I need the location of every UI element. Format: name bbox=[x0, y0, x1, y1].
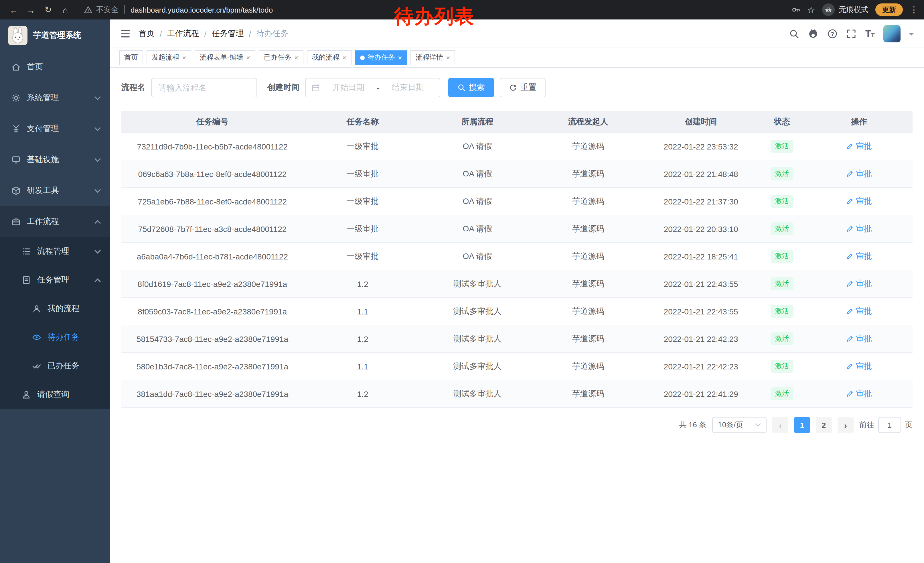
viewport: ← → ↻ ⌂ 不安全 dashboard.yudao.iocoder.cn/b… bbox=[0, 0, 924, 563]
github-icon[interactable] bbox=[808, 28, 819, 39]
cell-task-id: 58154733-7ac8-11ec-a9e2-a2380e71991a bbox=[122, 334, 303, 343]
avatar[interactable] bbox=[884, 25, 900, 42]
cell-task-id: 381aa1dd-7ac8-11ec-a9e2-a2380e71991a bbox=[122, 389, 303, 398]
yen-icon bbox=[12, 124, 21, 134]
app-shell: 芋道管理系统 首页 系统管理 支付管理 bbox=[0, 20, 924, 563]
cell-process: OA 请假 bbox=[422, 224, 533, 234]
breadcrumb-task-mgmt[interactable]: 任务管理 bbox=[212, 29, 244, 39]
back-icon[interactable]: ← bbox=[6, 2, 22, 18]
approve-button[interactable]: 审批 bbox=[846, 224, 872, 234]
security-label[interactable]: 不安全 bbox=[96, 5, 118, 15]
create-time-label: 创建时间 bbox=[267, 83, 299, 93]
sidebar-item-process-mgmt[interactable]: 流程管理 bbox=[0, 237, 110, 266]
table-row: 58154733-7ac8-11ec-a9e2-a2380e71991a 1.2… bbox=[122, 325, 912, 353]
approve-button[interactable]: 审批 bbox=[846, 141, 872, 152]
home-icon[interactable]: ⌂ bbox=[57, 2, 73, 18]
status-badge: 激活 bbox=[771, 360, 794, 373]
cell-task-id: 069c6a63-7b8a-11ec-8ef0-acde48001122 bbox=[122, 169, 303, 179]
fullscreen-icon[interactable] bbox=[846, 29, 857, 39]
key-icon[interactable] bbox=[791, 5, 800, 14]
page-number-button[interactable]: 2 bbox=[816, 417, 832, 433]
cell-status: 激活 bbox=[758, 167, 806, 180]
search-icon[interactable] bbox=[789, 29, 800, 39]
font-size-icon[interactable]: TT bbox=[866, 29, 875, 38]
approve-button[interactable]: 审批 bbox=[846, 333, 872, 344]
tab[interactable]: 首页 × bbox=[119, 50, 143, 65]
search-icon bbox=[458, 84, 465, 92]
process-name-input[interactable] bbox=[151, 78, 257, 98]
close-icon[interactable]: × bbox=[446, 54, 450, 61]
cell-created: 2022-01-22 21:37:30 bbox=[644, 197, 758, 206]
tab[interactable]: 发起流程 × bbox=[147, 50, 191, 65]
reset-button[interactable]: 重置 bbox=[500, 78, 546, 98]
tab-label: 首页 bbox=[124, 53, 138, 62]
warning-icon[interactable] bbox=[84, 5, 93, 14]
breadcrumb-workflow[interactable]: 工作流程 bbox=[167, 29, 199, 39]
goto-page: 前往 页 bbox=[859, 417, 912, 433]
briefcase-icon bbox=[12, 217, 21, 226]
update-button[interactable]: 更新 bbox=[875, 3, 903, 16]
tab[interactable]: 流程表单-编辑 × bbox=[195, 50, 255, 65]
close-icon[interactable]: × bbox=[246, 54, 250, 61]
avatar-caret-icon[interactable] bbox=[909, 33, 914, 38]
list-icon bbox=[22, 247, 31, 256]
table-row: 75d72608-7b7f-11ec-a3c8-acde48001122 一级审… bbox=[122, 215, 912, 243]
forward-icon[interactable]: → bbox=[23, 2, 39, 18]
approve-button[interactable]: 审批 bbox=[846, 361, 872, 371]
star-icon[interactable]: ☆ bbox=[807, 4, 815, 15]
help-icon[interactable]: ? bbox=[828, 29, 838, 39]
cell-initiator: 芋道源码 bbox=[533, 306, 644, 317]
approve-button[interactable]: 审批 bbox=[846, 279, 872, 289]
approve-button[interactable]: 审批 bbox=[846, 389, 872, 399]
sidebar-item-done-tasks[interactable]: 已办任务 bbox=[0, 352, 110, 380]
checklist-icon bbox=[22, 275, 31, 285]
approve-button[interactable]: 审批 bbox=[846, 169, 872, 179]
sidebar-item-todo-tasks[interactable]: 待办任务 bbox=[0, 323, 110, 352]
sidebar-item-infrastructure[interactable]: 基础设施 bbox=[0, 144, 110, 175]
cell-process: OA 请假 bbox=[422, 196, 533, 206]
sidebar-item-my-process[interactable]: 我的流程 bbox=[0, 294, 110, 323]
page-size-select[interactable]: 10条/页 bbox=[712, 417, 766, 433]
page-number-button[interactable]: 1 bbox=[794, 417, 810, 433]
breadcrumb: 首页 / 工作流程 / 任务管理 / 待办任务 bbox=[138, 29, 288, 39]
tab[interactable]: 已办任务 × bbox=[259, 50, 303, 65]
reload-icon[interactable]: ↻ bbox=[40, 2, 56, 18]
sidebar-item-workflow[interactable]: 工作流程 bbox=[0, 206, 110, 237]
sidebar-item-payment-mgmt[interactable]: 支付管理 bbox=[0, 113, 110, 144]
total-count: 共 16 条 bbox=[679, 420, 706, 430]
sidebar-item-dev-tools[interactable]: 研发工具 bbox=[0, 175, 110, 206]
collapse-sidebar-icon[interactable] bbox=[120, 29, 130, 39]
url-text[interactable]: dashboard.yudao.iocoder.cn/bpm/task/todo bbox=[130, 6, 273, 14]
goto-page-input[interactable] bbox=[878, 417, 901, 433]
sidebar-item-task-mgmt[interactable]: 任务管理 bbox=[0, 266, 110, 294]
search-button[interactable]: 搜索 bbox=[448, 78, 494, 98]
date-range-picker[interactable]: 开始日期 - 结束日期 bbox=[305, 78, 440, 98]
app-title: 芋道管理系统 bbox=[33, 30, 81, 41]
tab[interactable]: 我的流程 × bbox=[307, 50, 351, 65]
approve-button[interactable]: 审批 bbox=[846, 196, 872, 206]
sidebar-item-system-mgmt[interactable]: 系统管理 bbox=[0, 83, 110, 113]
breadcrumb-home[interactable]: 首页 bbox=[138, 29, 154, 39]
table-body: 73211d9d-7b9b-11ec-b5b7-acde48001122 一级审… bbox=[122, 133, 912, 408]
close-icon[interactable]: × bbox=[294, 54, 298, 61]
tab[interactable]: 流程详情 × bbox=[411, 50, 455, 65]
approve-button[interactable]: 审批 bbox=[846, 251, 872, 261]
cell-task-name: 一级审批 bbox=[303, 196, 422, 206]
prev-page-button[interactable]: ‹ bbox=[772, 417, 788, 433]
table-row: 8f0d1619-7ac8-11ec-a9e2-a2380e71991a 1.2… bbox=[122, 270, 912, 298]
close-icon[interactable]: × bbox=[182, 54, 186, 61]
browser-menu-icon[interactable]: ⋮ bbox=[910, 5, 918, 15]
next-page-button[interactable]: › bbox=[837, 417, 854, 433]
approve-button[interactable]: 审批 bbox=[846, 306, 872, 317]
cell-created: 2022-01-21 22:42:23 bbox=[644, 334, 758, 343]
status-badge: 激活 bbox=[771, 167, 794, 180]
top-navbar: 首页 / 工作流程 / 任务管理 / 待办任务 ? bbox=[110, 20, 924, 48]
breadcrumb-separator: / bbox=[160, 29, 162, 38]
close-icon[interactable]: × bbox=[398, 54, 402, 61]
close-icon[interactable]: × bbox=[342, 54, 346, 61]
sidebar-item-home[interactable]: 首页 bbox=[0, 51, 110, 83]
tab[interactable]: 待办任务 × bbox=[355, 50, 407, 65]
cell-process: 测试多审批人 bbox=[422, 389, 533, 399]
app-logo[interactable]: 芋道管理系统 bbox=[0, 20, 110, 51]
sidebar-item-leave-query[interactable]: 请假查询 bbox=[0, 380, 110, 409]
